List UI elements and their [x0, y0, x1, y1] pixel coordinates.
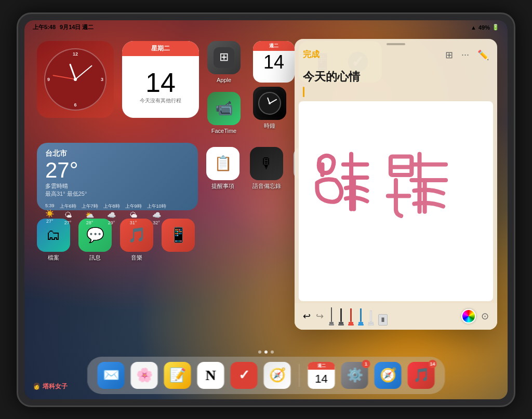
more-icon[interactable]: ···: [461, 49, 469, 60]
app-reminders[interactable]: 📋 提醒事項: [206, 147, 240, 190]
apple-store-label: Apple: [217, 77, 231, 84]
partial-app-icon: 📱: [162, 219, 195, 252]
reminders-icon: 📋: [206, 147, 240, 180]
reminders-label: 提醒事項: [211, 183, 234, 190]
dock-safari2-icon: 🧭: [375, 362, 402, 389]
clock-face: 12 3 6 9: [44, 48, 107, 111]
forecast-item-1: 上午6時 🌤 27°: [60, 203, 76, 225]
weather-widget[interactable]: 台北市 27° 多雲時晴 最高31° 最低25° 5:39 ☀️ 27° 上午6…: [37, 143, 198, 210]
weather-desc: 多雲時晴: [45, 182, 190, 190]
calendar-day-number: 14: [145, 69, 176, 96]
wifi-icon: ▲: [471, 24, 476, 31]
clock-num-3: 3: [101, 77, 103, 82]
forecast-icon-2: ⛅: [85, 211, 94, 219]
page-dot-1[interactable]: [264, 350, 268, 354]
dock-app-safari-2[interactable]: 🧭: [375, 362, 402, 389]
watermark-text: 塔科女子: [43, 382, 68, 391]
pen-tool-2[interactable]: [338, 308, 344, 326]
forecast-icon-0: ☀️: [45, 209, 54, 218]
mini-calendar-widget[interactable]: 週二 14: [253, 41, 295, 83]
dock-notion-icon: N: [197, 362, 224, 389]
dock-safari-icon: 🧭: [264, 362, 291, 389]
watermark: 👩 塔科女子: [33, 382, 68, 391]
dock-photos-icon: 🌸: [131, 362, 158, 389]
calendar-header: 星期二: [122, 41, 199, 56]
dock-app-todoist[interactable]: ✓: [231, 362, 258, 389]
app-facetime[interactable]: 📹 FaceTime: [207, 92, 241, 134]
forecast-time-3: 上午8時: [103, 203, 120, 210]
dock-music-icon: 🎵 14: [408, 362, 435, 389]
app-clock[interactable]: 時鐘: [253, 87, 286, 129]
forecast-temp-3: 29°: [108, 220, 115, 225]
music-label: 音樂: [131, 254, 142, 261]
settings-badge: 1: [362, 360, 370, 368]
weather-temp: 27°: [45, 159, 190, 181]
dock-app-settings[interactable]: ⚙️ 1: [341, 362, 368, 389]
status-right: ▲ 49% 🔋: [471, 24, 499, 31]
watermark-emoji: 👩: [33, 383, 41, 390]
app-partial[interactable]: 📱: [162, 219, 195, 261]
apps-column-1: ⊞ Apple 📹 FaceTime: [207, 41, 241, 134]
forecast-time-4: 上午9時: [125, 203, 142, 210]
dock-app-photos[interactable]: 🌸: [131, 362, 158, 389]
forecast-item-0: 5:39 ☀️ 27°: [45, 203, 55, 225]
files-label: 檔案: [48, 254, 59, 261]
grid-icon[interactable]: ⊞: [445, 49, 453, 61]
notes-slideover[interactable]: 完成 ⊞ ··· ✏️ 今天的心情: [295, 39, 497, 330]
clock-app-icon: [253, 87, 286, 120]
undo-button[interactable]: ↩: [303, 310, 311, 322]
clock-num-9: 9: [47, 77, 50, 82]
notes-toolbar: 完成 ⊞ ··· ✏️: [295, 45, 497, 65]
voice-memos-icon: 🎙: [250, 147, 283, 180]
dock-app-music[interactable]: 🎵 14: [408, 362, 435, 389]
done-button[interactable]: 完成: [303, 49, 320, 60]
pen-tool-ruler[interactable]: ▐▌: [378, 314, 388, 326]
forecast-temp-0: 27°: [46, 219, 54, 224]
dock-app-mail[interactable]: ✉️: [98, 362, 125, 389]
dock-app-calendar-mini[interactable]: 週二 14: [308, 362, 335, 389]
forecast-icon-4: 🌥: [130, 211, 137, 219]
app-apple-store[interactable]: ⊞ Apple: [207, 41, 241, 84]
handwriting-svg: [299, 101, 493, 301]
ipad-device: 上午5:48 9月14日 週二 ▲ 49% 🔋: [17, 12, 515, 407]
forecast-temp-1: 27°: [64, 220, 72, 225]
drawing-tools-left: ↩ ↪: [303, 307, 388, 326]
voice-memos-label: 語音備忘錄: [252, 183, 281, 190]
clock-app-label: 時鐘: [264, 123, 275, 129]
dock-app-notes[interactable]: 📝: [164, 362, 191, 389]
drawing-more-button[interactable]: ⊙: [481, 310, 489, 322]
forecast-time-5: 上午10時: [147, 203, 166, 210]
pen-tool-3[interactable]: [348, 308, 354, 326]
clock-second-hand: [53, 75, 76, 79]
notes-canvas[interactable]: [299, 101, 493, 301]
battery-level: 49%: [478, 24, 490, 31]
calendar-body: 14 今天沒有其他行程: [122, 56, 199, 118]
page-dot-2[interactable]: [271, 350, 274, 354]
redo-button[interactable]: ↪: [316, 310, 324, 322]
pen-tool-5[interactable]: [368, 310, 374, 326]
ipad-screen: 上午5:48 9月14日 週二 ▲ 49% 🔋: [24, 20, 508, 399]
facetime-label: FaceTime: [211, 128, 237, 134]
dock-app-safari[interactable]: 🧭: [264, 362, 291, 389]
dock-app-notion[interactable]: N: [197, 362, 224, 389]
status-time: 上午5:48: [33, 23, 56, 31]
pen-tool-1[interactable]: [329, 307, 334, 326]
compose-icon[interactable]: ✏️: [477, 49, 489, 61]
app-voice-memos[interactable]: 🎙 語音備忘錄: [250, 147, 283, 190]
calendar-note: 今天沒有其他行程: [140, 97, 181, 104]
color-picker-button[interactable]: [461, 309, 476, 323]
messages-label: 訊息: [89, 254, 101, 261]
forecast-temp-5: 32°: [153, 220, 160, 225]
clock-num-12: 12: [73, 51, 78, 57]
dock-todoist-icon: ✓: [231, 362, 258, 389]
dock-mail-icon: ✉️: [98, 362, 125, 389]
page-dot-0[interactable]: [258, 350, 261, 354]
dock-notes-icon: 📝: [164, 362, 191, 389]
clock-widget[interactable]: 12 3 6 9: [37, 41, 114, 118]
calendar-widget[interactable]: 星期二 14 今天沒有其他行程: [122, 41, 199, 118]
mini-cal-weekday: 週二: [269, 43, 278, 48]
forecast-temp-2: 28°: [86, 220, 94, 225]
status-left: 上午5:48 9月14日 週二: [33, 23, 94, 31]
forecast-time-2: 上午7時: [82, 203, 98, 210]
pen-tool-4[interactable]: [358, 308, 364, 326]
